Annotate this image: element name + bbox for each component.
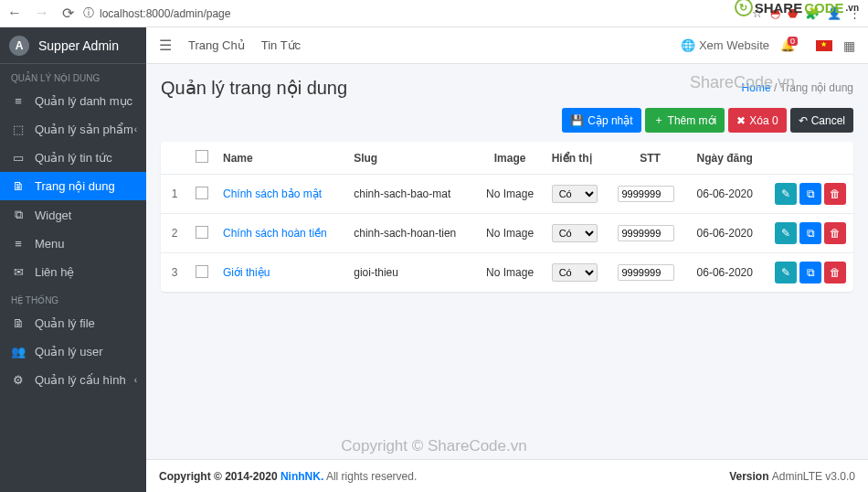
copy-button[interactable]: ⧉ <box>799 222 821 244</box>
sidebar-item-label: Trang nội dung <box>35 179 115 193</box>
sidebar-item[interactable]: 🗎Trang nội dung <box>0 172 146 200</box>
sidebar-item[interactable]: ⬚Quản lý sản phẩm‹ <box>0 115 146 144</box>
sidebar-item-icon: 🗎 <box>11 316 26 330</box>
grid-icon[interactable]: ▦ <box>843 38 855 53</box>
col-name: Name <box>216 142 346 175</box>
sidebar-item-label: Menu <box>35 237 65 251</box>
row-index: 1 <box>161 175 188 214</box>
table-row: 1 Chính sách bảo mật chinh-sach-bao-mat … <box>161 175 853 214</box>
page-title: Quản lý trang nội dung <box>161 77 347 99</box>
sidebar-item-icon: 👥 <box>11 345 26 358</box>
brand-text: Supper Admin <box>38 38 119 53</box>
view-site-link[interactable]: 🌐 Xem Website <box>681 38 769 52</box>
row-slug: chinh-sach-hoan-tien <box>346 214 475 253</box>
row-visible-select[interactable]: Có <box>552 185 598 203</box>
sidebar-item[interactable]: ≡Menu <box>0 230 146 258</box>
row-date: 06-06-2020 <box>690 253 767 293</box>
undo-icon: ↶ <box>799 114 808 127</box>
row-name-link[interactable]: Chính sách bảo mật <box>223 187 322 200</box>
sidebar-item-label: Liên hệ <box>35 265 74 279</box>
reload-icon[interactable]: ⟳ <box>62 5 74 22</box>
row-visible-select[interactable]: Có <box>552 224 598 242</box>
row-date: 06-06-2020 <box>690 214 767 253</box>
row-order-input[interactable] <box>618 186 674 202</box>
add-button[interactable]: ＋Thêm mới <box>645 108 725 133</box>
menu-toggle-icon[interactable]: ☰ <box>159 37 172 54</box>
row-checkbox[interactable] <box>196 187 208 199</box>
data-table-card: Name Slug Image Hiển thị STT Ngày đăng 1… <box>161 142 853 292</box>
cancel-button[interactable]: ↶Cancel <box>790 108 853 133</box>
topnav-home[interactable]: Trang Chủ <box>188 38 245 52</box>
sidebar-item[interactable]: 🗎Quản lý file <box>0 309 146 337</box>
row-checkbox[interactable] <box>196 265 208 278</box>
sidebar-item[interactable]: ≡Quản lý danh mục <box>0 87 146 115</box>
save-icon: 💾 <box>570 114 584 127</box>
select-all-checkbox[interactable] <box>196 150 208 163</box>
watermark-top: ShareCode.vn <box>690 73 795 92</box>
row-slug: chinh-sach-bao-mat <box>346 175 475 214</box>
row-order-input[interactable] <box>618 225 674 241</box>
sidebar-section-content: QUẢN LÝ NỘI DUNG <box>0 64 146 87</box>
sidebar-item-label: Widget <box>35 209 71 222</box>
brand[interactable]: A Supper Admin <box>0 27 146 64</box>
row-index: 3 <box>161 253 188 293</box>
sidebar-item[interactable]: ⚙Quản lý cấu hình‹ <box>0 366 146 394</box>
copy-button[interactable]: ⧉ <box>799 183 821 205</box>
row-name-link[interactable]: Giới thiệu <box>223 266 270 279</box>
row-visible-select[interactable]: Có <box>552 263 598 282</box>
chevron-left-icon: ‹ <box>134 375 137 385</box>
plus-icon: ＋ <box>653 112 664 128</box>
topnav-news[interactable]: Tin Tức <box>261 38 301 52</box>
pencil-icon: ✎ <box>781 187 790 200</box>
globe-icon: 🌐 <box>681 38 695 52</box>
sidebar-item-label: Quản lý danh mục <box>35 94 132 108</box>
flag-vn-icon[interactable] <box>816 40 832 51</box>
info-icon[interactable]: ⓘ <box>83 5 94 21</box>
edit-button[interactable]: ✎ <box>775 222 797 244</box>
row-index: 2 <box>161 214 188 253</box>
bell-icon[interactable]: 🔔0 <box>780 38 805 52</box>
sidebar-item[interactable]: 👥Quản lý user <box>0 337 146 366</box>
sidebar-item-icon: ≡ <box>11 94 26 108</box>
pencil-icon: ✎ <box>781 266 790 279</box>
table-row: 3 Giới thiệu gioi-thieu No Image Có 06-0… <box>161 253 853 293</box>
sidebar-item[interactable]: ▭Quản lý tin tức <box>0 144 146 172</box>
url-text: localhost:8000/admin/page <box>100 7 230 20</box>
sidebar-item[interactable]: ⧉Widget <box>0 200 146 230</box>
sidebar: A Supper Admin QUẢN LÝ NỘI DUNG ≡Quản lý… <box>0 27 146 492</box>
back-icon[interactable]: ← <box>7 5 22 22</box>
copy-icon: ⧉ <box>807 266 815 279</box>
trash-icon: 🗑 <box>830 187 841 200</box>
brand-logo: A <box>9 36 29 56</box>
edit-button[interactable]: ✎ <box>775 183 797 205</box>
sharecode-icon: ↻ <box>735 0 753 16</box>
sharecode-logo: ↻ SHARECODE.vn <box>735 0 859 16</box>
update-button[interactable]: 💾Cập nhật <box>562 108 640 133</box>
pencil-icon: ✎ <box>781 227 790 240</box>
delete-row-button[interactable]: 🗑 <box>824 183 846 205</box>
footer-brand-link[interactable]: NinhNK. <box>281 470 323 483</box>
edit-button[interactable]: ✎ <box>775 262 797 283</box>
forward-icon[interactable]: → <box>35 5 49 22</box>
trash-icon: 🗑 <box>830 227 841 240</box>
row-image: No Image <box>476 253 545 293</box>
sidebar-item-icon: ≡ <box>11 237 26 251</box>
row-order-input[interactable] <box>618 264 674 281</box>
sidebar-item[interactable]: ✉Liên hệ <box>0 258 146 286</box>
copy-icon: ⧉ <box>807 227 815 240</box>
delete-button[interactable]: ✖Xóa 0 <box>728 108 786 133</box>
sidebar-item-icon: ▭ <box>11 151 26 165</box>
sidebar-section-system: HỆ THỐNG <box>0 286 146 309</box>
chevron-left-icon: ‹ <box>134 124 137 134</box>
row-name-link[interactable]: Chính sách hoàn tiền <box>223 227 327 240</box>
row-checkbox[interactable] <box>196 226 208 239</box>
data-table: Name Slug Image Hiển thị STT Ngày đăng 1… <box>161 142 853 292</box>
copy-button[interactable]: ⧉ <box>799 262 821 283</box>
delete-row-button[interactable]: 🗑 <box>824 262 846 283</box>
table-row: 2 Chính sách hoàn tiền chinh-sach-hoan-t… <box>161 214 853 253</box>
row-slug: gioi-thieu <box>346 253 475 293</box>
col-image: Image <box>476 142 545 175</box>
row-date: 06-06-2020 <box>690 175 767 214</box>
col-date: Ngày đăng <box>690 142 767 175</box>
delete-row-button[interactable]: 🗑 <box>824 222 846 244</box>
